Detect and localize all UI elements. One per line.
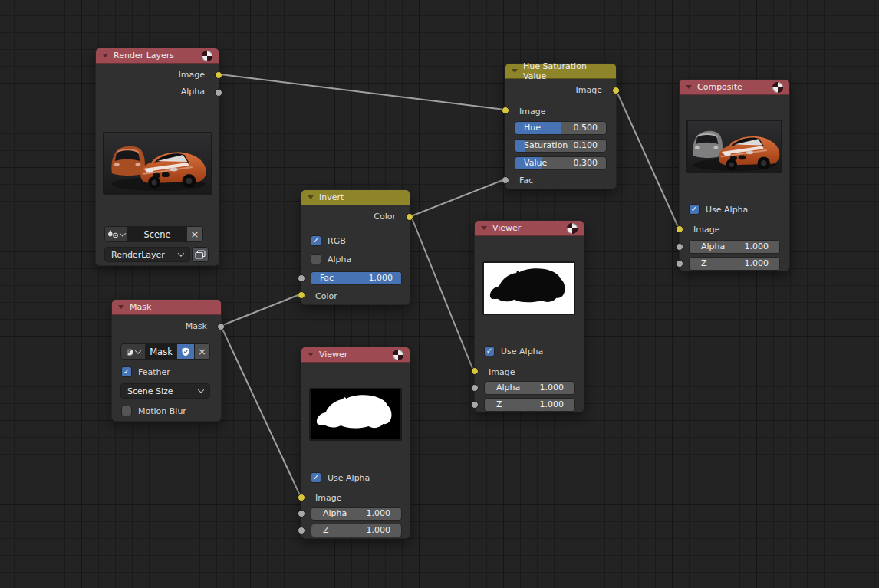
value-slider-label: Value [524, 157, 547, 169]
fac-slider[interactable]: Fac 1.000 [311, 271, 402, 285]
size-source-dropdown[interactable]: Scene Size [120, 383, 210, 399]
z-field-value: 1.000 [540, 399, 565, 411]
socket-viewer-alpha-input[interactable] [471, 384, 479, 392]
node-title-viewer: Viewer [319, 350, 347, 360]
collapse-arrow-icon[interactable] [118, 305, 124, 309]
alpha-value-field[interactable]: Alpha 1.000 [484, 381, 575, 395]
feather-checkbox-row[interactable]: ✓ Feather [112, 366, 221, 377]
socket-invert-color-input[interactable] [298, 291, 305, 299]
render-active-layer-button[interactable] [192, 247, 209, 262]
scene-selector[interactable]: Scene × [104, 226, 203, 242]
node-viewer-middle[interactable]: Viewer ✓ Use Alpha Image Alpha 1.000 Z 1… [474, 220, 584, 412]
socket-composite-z-input[interactable] [676, 260, 683, 268]
value-slider[interactable]: Value 0.300 [515, 156, 607, 170]
mask-datablock-selector[interactable]: Mask × [120, 343, 210, 360]
checkbox-checked-icon[interactable]: ✓ [121, 366, 132, 377]
socket-render-layers-alpha-output[interactable] [215, 89, 222, 97]
collapse-arrow-icon[interactable] [481, 226, 487, 230]
saturation-slider-label: Saturation [524, 140, 568, 152]
scene-icon [107, 229, 118, 239]
unlink-scene-button[interactable]: × [186, 227, 202, 241]
checkbox-checked-icon[interactable]: ✓ [689, 204, 700, 215]
alpha-value-field[interactable]: Alpha 1.000 [311, 507, 402, 521]
scene-name-field[interactable]: Scene [127, 227, 186, 241]
close-x-icon: × [191, 229, 199, 239]
use-alpha-label: Use Alpha [706, 205, 748, 215]
checkbox-unchecked-icon[interactable] [311, 254, 321, 264]
node-mask[interactable]: Mask Mask Mask × ✓ Feather Scene Size Mo… [111, 299, 222, 422]
node-header-viewer[interactable]: Viewer [475, 221, 584, 236]
use-alpha-checkbox-row[interactable]: ✓ Use Alpha [301, 472, 410, 483]
motion-blur-checkbox-row[interactable]: Motion Blur [112, 406, 221, 416]
socket-hsv-image-output[interactable] [612, 87, 620, 94]
material-preview-ball-icon[interactable] [393, 350, 403, 360]
node-viewer-bottom[interactable]: Viewer ✓ Use Alpha Image Alpha 1.000 Z 1… [301, 347, 410, 539]
socket-composite-alpha-input[interactable] [676, 243, 683, 251]
hue-slider-value: 0.500 [574, 122, 598, 134]
alpha-checkbox-row[interactable]: Alpha [301, 254, 410, 264]
socket-invert-color-output[interactable] [406, 213, 413, 221]
collapse-arrow-icon[interactable] [308, 353, 314, 356]
node-link-mask.mask-output-to-viewer-bottom.image-input [221, 326, 301, 497]
node-invert[interactable]: Invert Color ✓ RGB Alpha Fac 1.000 Color [301, 189, 410, 305]
socket-render-layers-image-output[interactable] [215, 71, 222, 79]
saturation-slider[interactable]: Saturation 0.100 [515, 139, 607, 153]
z-value-field[interactable]: Z 1.000 [484, 398, 575, 412]
node-header-render-layers[interactable]: Render Layers [96, 48, 219, 64]
chevron-down-icon [198, 386, 204, 393]
checkbox-checked-icon[interactable]: ✓ [311, 235, 321, 246]
collapse-arrow-icon[interactable] [102, 54, 108, 57]
socket-viewer-z-input[interactable] [471, 401, 479, 409]
blender-compositor-canvas[interactable]: { "app": { "editor": "Blender Compositor… [0, 0, 879, 588]
socket-mask-output[interactable] [217, 323, 225, 330]
mask-browse-button[interactable] [121, 344, 145, 359]
car-silhouette-black [484, 263, 574, 314]
socket-composite-image-input[interactable] [676, 225, 683, 233]
collapse-arrow-icon[interactable] [686, 85, 692, 89]
rgb-checkbox-row[interactable]: ✓ RGB [301, 235, 410, 246]
node-composite[interactable]: Composite [679, 79, 790, 271]
checkbox-checked-icon[interactable]: ✓ [484, 346, 495, 356]
unlink-mask-button[interactable]: × [194, 344, 209, 359]
input-label-image: Image [301, 492, 410, 504]
feather-label: Feather [138, 367, 170, 377]
use-alpha-checkbox-row[interactable]: ✓ Use Alpha [475, 346, 584, 356]
socket-hsv-fac-input[interactable] [502, 176, 509, 184]
node-header-composite[interactable]: Composite [680, 80, 789, 95]
socket-invert-fac-input[interactable] [298, 274, 305, 282]
node-header-viewer[interactable]: Viewer [301, 347, 410, 363]
collapse-arrow-icon[interactable] [512, 69, 518, 73]
socket-hsv-image-input[interactable] [502, 107, 509, 114]
socket-viewer-image-input[interactable] [471, 367, 479, 375]
mask-name-field[interactable]: Mask [145, 344, 176, 359]
node-title-invert: Invert [319, 192, 344, 202]
material-preview-ball-icon[interactable] [202, 51, 212, 61]
alpha-value-field[interactable]: Alpha 1.000 [689, 240, 780, 254]
socket-viewer-alpha-input[interactable] [298, 510, 305, 517]
socket-viewer-image-input[interactable] [298, 494, 305, 501]
use-alpha-checkbox-row[interactable]: ✓ Use Alpha [680, 204, 789, 215]
viewer-preview-image [482, 261, 575, 315]
node-title-mask: Mask [130, 302, 151, 312]
node-header-invert[interactable]: Invert [301, 190, 410, 205]
material-preview-ball-icon[interactable] [772, 82, 783, 93]
node-link-render-layers.image-output-to-hue-saturation-value.image-input [220, 74, 505, 110]
z-value-field[interactable]: Z 1.000 [311, 524, 402, 537]
node-link-invert.color-output-to-hue-saturation-value.fac-input [411, 179, 505, 216]
checkbox-checked-icon[interactable]: ✓ [311, 472, 321, 483]
alpha-field-value: 1.000 [367, 508, 391, 520]
collapse-arrow-icon[interactable] [308, 195, 314, 199]
node-hue-saturation-value[interactable]: Hue Saturation Value Image Image Hue 0.5… [505, 63, 617, 189]
node-header-mask[interactable]: Mask [112, 300, 221, 315]
material-preview-ball-icon[interactable] [567, 223, 578, 234]
scene-browse-button[interactable] [105, 227, 127, 241]
node-header-hsv[interactable]: Hue Saturation Value [505, 64, 616, 79]
hue-slider[interactable]: Hue 0.500 [515, 121, 607, 135]
checkbox-unchecked-icon[interactable] [121, 406, 132, 416]
chevron-down-icon [135, 347, 141, 353]
fake-user-toggle[interactable] [176, 344, 194, 359]
render-layer-dropdown[interactable]: RenderLayer [104, 247, 190, 262]
node-render-layers[interactable]: Render Layers Image Alpha [95, 48, 219, 266]
z-value-field[interactable]: Z 1.000 [689, 257, 780, 271]
socket-viewer-z-input[interactable] [298, 527, 305, 534]
